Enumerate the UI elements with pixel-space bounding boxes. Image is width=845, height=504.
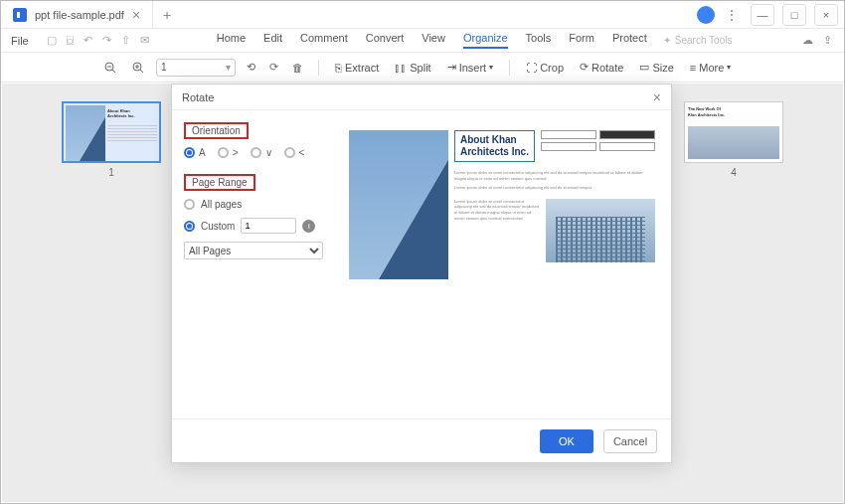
insert-button[interactable]: ⇥Insert▾ [443, 61, 498, 74]
rotate-preview: About Khan Architects Inc. Lorem ipsum d… [349, 130, 655, 279]
orientation-label: Orientation [184, 122, 249, 139]
cloud-icon[interactable]: ☁ [802, 34, 813, 47]
search-placeholder: Search Tools [675, 35, 733, 46]
menu-form[interactable]: Form [569, 32, 594, 49]
preview-image-building-2 [546, 199, 655, 262]
extract-button[interactable]: ⎘Extract [331, 62, 383, 74]
cancel-button[interactable]: Cancel [603, 429, 657, 453]
rotate-dialog: Rotate × Orientation A > ∨ < Page Range … [171, 84, 672, 463]
page-number-input[interactable]: 1▾ [156, 59, 236, 77]
custom-range-input[interactable] [241, 218, 296, 234]
rotate-button[interactable]: ⟳Rotate [576, 61, 627, 74]
workspace: About Khan Architects Inc. 1 The New Wor… [2, 84, 843, 502]
maximize-button[interactable]: □ [782, 4, 806, 26]
orient-option-left[interactable]: < [284, 147, 305, 158]
zoom-in-icon[interactable] [128, 61, 148, 75]
menu-home[interactable]: Home [217, 32, 246, 49]
menubar: File ▢ ⌼ ↶ ↷ ⇧ ✉ Home Edit Comment Conve… [1, 29, 844, 53]
svg-line-3 [112, 70, 115, 73]
menu-view[interactable]: View [422, 32, 445, 49]
close-window-button[interactable]: × [814, 4, 838, 26]
file-menu[interactable]: File [1, 35, 39, 47]
wand-icon: ✦ [663, 35, 671, 46]
minimize-button[interactable]: — [751, 4, 774, 26]
more-button[interactable]: ≡More▾ [686, 62, 735, 74]
ok-button[interactable]: OK [540, 429, 593, 453]
range-all-pages[interactable]: All pages [184, 199, 329, 210]
thumbnail-page-4[interactable]: The New Work Of Klan Architects Inc. 4 [684, 101, 783, 178]
save-icon[interactable]: ▢ [47, 34, 57, 47]
share-icon[interactable]: ⇧ [121, 34, 130, 47]
titlebar: ppt file-sample.pdf × + ⋮ — □ × [1, 1, 844, 29]
orient-option-up[interactable]: A [184, 147, 206, 158]
rotate-left-icon[interactable]: ⟲ [244, 61, 258, 74]
dialog-title: Rotate [182, 91, 214, 103]
menu-convert[interactable]: Convert [366, 32, 405, 49]
main-menu: Home Edit Comment Convert View Organize … [217, 32, 647, 49]
add-tab-icon[interactable]: + [153, 7, 181, 23]
organize-toolbar: 1▾ ⟲ ⟳ 🗑 ⎘Extract ⫿⫿Split ⇥Insert▾ ⛶Crop… [1, 53, 844, 83]
kebab-menu-icon[interactable]: ⋮ [721, 7, 743, 23]
upload-icon[interactable]: ⇪ [823, 34, 832, 47]
preview-title: About Khan Architects Inc. [454, 130, 535, 162]
split-button[interactable]: ⫿⫿Split [391, 62, 434, 74]
redo-icon[interactable]: ↷ [102, 34, 111, 47]
menu-organize[interactable]: Organize [463, 32, 508, 49]
tab-filename: ppt file-sample.pdf [35, 9, 124, 21]
close-tab-icon[interactable]: × [132, 7, 140, 23]
undo-icon[interactable]: ↶ [84, 34, 92, 47]
preview-badges [541, 130, 655, 162]
dialog-close-icon[interactable]: × [653, 89, 661, 105]
zoom-out-icon[interactable] [100, 61, 120, 75]
menu-comment[interactable]: Comment [300, 32, 348, 49]
range-custom[interactable]: Custom i [184, 218, 329, 234]
search-tools[interactable]: ✦ Search Tools [663, 35, 733, 46]
crop-button[interactable]: ⛶Crop [522, 62, 568, 74]
document-tab[interactable]: ppt file-sample.pdf × [1, 1, 153, 28]
svg-line-7 [140, 70, 143, 73]
preview-image-building [349, 130, 448, 279]
rotate-right-icon[interactable]: ⟳ [266, 61, 281, 74]
menu-protect[interactable]: Protect [612, 32, 647, 49]
mail-icon[interactable]: ✉ [140, 34, 149, 47]
thumbnail-page-1[interactable]: About Khan Architects Inc. 1 [62, 101, 161, 178]
user-avatar-icon[interactable] [697, 6, 715, 24]
size-button[interactable]: ▭Size [635, 61, 677, 74]
app-icon [13, 8, 27, 22]
orient-option-down[interactable]: ∨ [251, 147, 272, 158]
page-scope-select[interactable]: All Pages [184, 242, 323, 259]
thumb-number: 1 [108, 167, 114, 178]
info-icon[interactable]: i [302, 220, 315, 233]
delete-icon[interactable]: 🗑 [289, 62, 306, 74]
orient-option-right[interactable]: > [218, 147, 239, 158]
page-range-label: Page Range [184, 174, 255, 191]
menu-edit[interactable]: Edit [263, 32, 282, 49]
menu-tools[interactable]: Tools [526, 32, 552, 49]
print-icon[interactable]: ⌼ [67, 34, 74, 47]
thumb-number: 4 [731, 167, 737, 178]
